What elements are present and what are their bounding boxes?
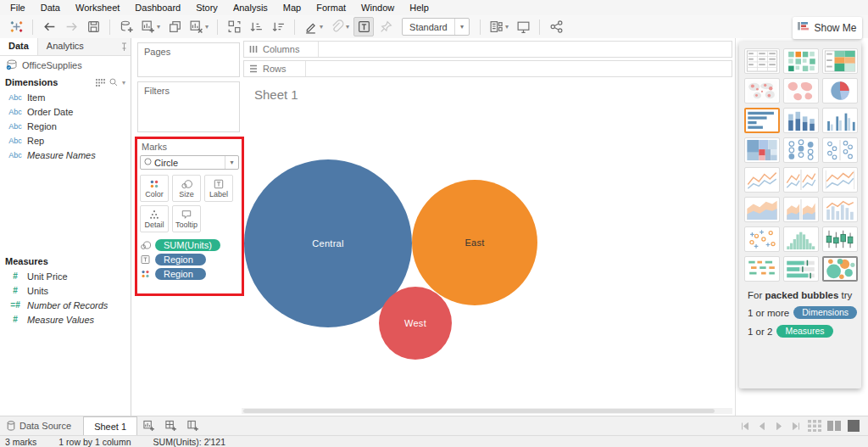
fit-selector[interactable]: Standard▾: [402, 18, 470, 36]
pages-shelf[interactable]: Pages: [137, 42, 240, 77]
tab-analytics[interactable]: Analytics: [37, 38, 117, 55]
measure-field-unit-price[interactable]: #Unit Price: [0, 269, 131, 283]
showme-heat-map[interactable]: [783, 48, 819, 74]
new-worksheet-button[interactable]: ▾: [138, 17, 163, 36]
data-source-tab[interactable]: Data Source: [0, 416, 83, 435]
showme-dual-combination[interactable]: [822, 197, 858, 222]
presentation-mode-button[interactable]: [513, 17, 533, 36]
menu-analysis[interactable]: Analysis: [226, 2, 275, 14]
showme-side-by-side-circles[interactable]: [822, 137, 858, 163]
show-filmstrip-button[interactable]: [827, 420, 842, 432]
menu-data[interactable]: Data: [34, 2, 67, 14]
showme-discrete-area[interactable]: [783, 197, 819, 222]
clear-sheet-button[interactable]: ▾: [186, 17, 211, 36]
save-button[interactable]: [83, 17, 103, 36]
showme-stacked-bars[interactable]: [783, 108, 819, 133]
new-worksheet-tab-button[interactable]: [137, 416, 159, 435]
new-story-tab-button[interactable]: [181, 416, 203, 435]
sort-ascending-button[interactable]: [246, 17, 266, 36]
pill-region[interactable]: Region: [155, 268, 206, 280]
showme-box-and-whisker[interactable]: [822, 226, 858, 252]
previous-sheet-button[interactable]: [754, 419, 769, 433]
measure-field-measure-values[interactable]: #Measure Values: [0, 312, 131, 327]
measure-field-units[interactable]: #Units: [0, 283, 131, 298]
dimension-field-measure-names[interactable]: AbcMeasure Names: [0, 148, 131, 162]
marks-button-label[interactable]: Label: [204, 175, 233, 202]
marks-button-color[interactable]: Color: [140, 175, 169, 202]
dimensions-menu-caret-icon[interactable]: ▾: [122, 79, 125, 87]
showme-continuous-area[interactable]: [744, 197, 780, 222]
showme-highlight-table[interactable]: [822, 48, 858, 74]
rows-shelf[interactable]: Rows: [243, 60, 732, 77]
showme-pie-chart[interactable]: [822, 78, 858, 103]
menu-worksheet[interactable]: Worksheet: [69, 2, 126, 14]
dimension-field-region[interactable]: AbcRegion: [0, 119, 131, 133]
datasource-item[interactable]: OfficeSupplies: [0, 56, 131, 75]
showme-circle-views[interactable]: [783, 137, 819, 163]
swap-rows-columns-button[interactable]: [224, 17, 244, 36]
showme-horizontal-bars[interactable]: [744, 108, 780, 133]
showme-continuous-lines[interactable]: [744, 167, 780, 193]
show-tabs-button[interactable]: [847, 420, 861, 432]
share-workbook-button[interactable]: [546, 17, 566, 36]
show-hide-cards-button[interactable]: ▾: [487, 17, 511, 36]
showme-symbol-map[interactable]: [744, 78, 780, 103]
mark-type-dropdown[interactable]: Circle ▾: [140, 155, 239, 170]
sheet-1-tab[interactable]: Sheet 1: [83, 416, 137, 435]
menu-file[interactable]: File: [3, 2, 32, 14]
columns-shelf[interactable]: Columns: [243, 41, 732, 58]
measure-field-number-of-records[interactable]: =#Number of Records: [0, 298, 131, 312]
first-sheet-button[interactable]: [737, 419, 752, 433]
showme-side-by-side-bars[interactable]: [822, 108, 858, 133]
bubble-east[interactable]: East: [412, 180, 537, 305]
menu-window[interactable]: Window: [354, 2, 401, 14]
show-me-button[interactable]: Show Me: [793, 17, 862, 39]
dimension-field-rep[interactable]: AbcRep: [0, 133, 131, 148]
showme-histogram[interactable]: [783, 226, 819, 252]
new-dashboard-tab-button[interactable]: [159, 416, 181, 435]
pane-pin-icon[interactable]: [117, 38, 131, 55]
menu-map[interactable]: Map: [276, 2, 308, 14]
find-field-icon[interactable]: [109, 78, 118, 87]
showme-dual-lines[interactable]: [822, 167, 858, 193]
bubble-west[interactable]: West: [379, 287, 452, 360]
new-data-source-button[interactable]: [116, 17, 136, 36]
marks-button-detail[interactable]: Detail: [140, 205, 169, 232]
menu-format[interactable]: Format: [309, 2, 353, 14]
menu-help[interactable]: Help: [403, 2, 436, 14]
showme-packed-bubbles[interactable]: [822, 256, 858, 282]
fix-axes-button[interactable]: [376, 17, 396, 36]
dimensions-hint-pill: Dimensions: [793, 306, 857, 319]
view-options-icon[interactable]: [96, 79, 105, 87]
group-members-button[interactable]: ▾: [327, 17, 352, 36]
pill-sumunits[interactable]: SUM(Units): [155, 239, 220, 251]
showme-text-table[interactable]: [744, 48, 780, 74]
pill-region[interactable]: Region: [155, 254, 206, 265]
last-sheet-button[interactable]: [788, 419, 803, 433]
duplicate-sheet-button[interactable]: [164, 17, 185, 36]
horizontal-scrollbar[interactable]: [242, 408, 732, 414]
showme-gantt[interactable]: [744, 256, 780, 282]
showme-treemap[interactable]: [744, 137, 780, 163]
marks-button-tooltip[interactable]: Tooltip: [172, 205, 201, 232]
show-mark-labels-button[interactable]: [353, 17, 374, 36]
menu-dashboard[interactable]: Dashboard: [128, 2, 187, 14]
sort-descending-button[interactable]: [268, 17, 288, 36]
menu-story[interactable]: Story: [189, 2, 225, 14]
showme-scatter-plot[interactable]: [744, 226, 780, 252]
showme-filled-map[interactable]: [783, 78, 819, 103]
marks-button-size[interactable]: Size: [172, 175, 201, 202]
showme-discrete-lines[interactable]: [783, 167, 819, 193]
highlight-button[interactable]: ▾: [301, 17, 326, 36]
showme-bullet-graph[interactable]: [783, 256, 819, 282]
horizontal-scrollbar-thumb[interactable]: [243, 409, 715, 413]
redo-button[interactable]: [61, 17, 81, 36]
dimension-field-order-date[interactable]: AbcOrder Date: [0, 104, 131, 119]
tab-data[interactable]: Data: [0, 38, 37, 55]
show-sheet-sorter-button[interactable]: [808, 420, 822, 432]
filters-shelf[interactable]: Filters: [137, 81, 240, 132]
dimension-field-item[interactable]: AbcItem: [0, 90, 131, 104]
next-sheet-button[interactable]: [771, 419, 786, 433]
tableau-logo-button[interactable]: [6, 17, 26, 36]
undo-button[interactable]: [39, 17, 59, 36]
